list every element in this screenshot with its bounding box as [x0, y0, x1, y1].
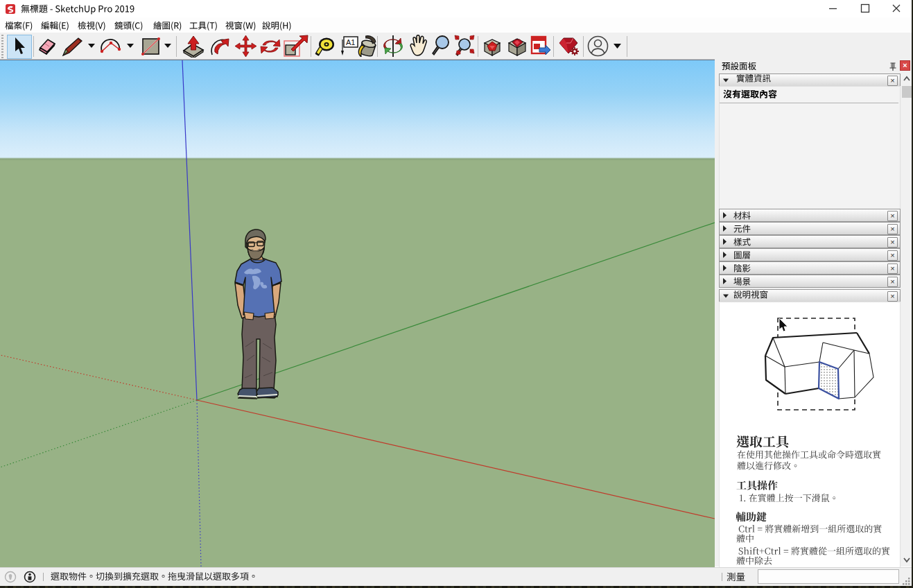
svg-text:A1: A1 — [346, 38, 355, 46]
